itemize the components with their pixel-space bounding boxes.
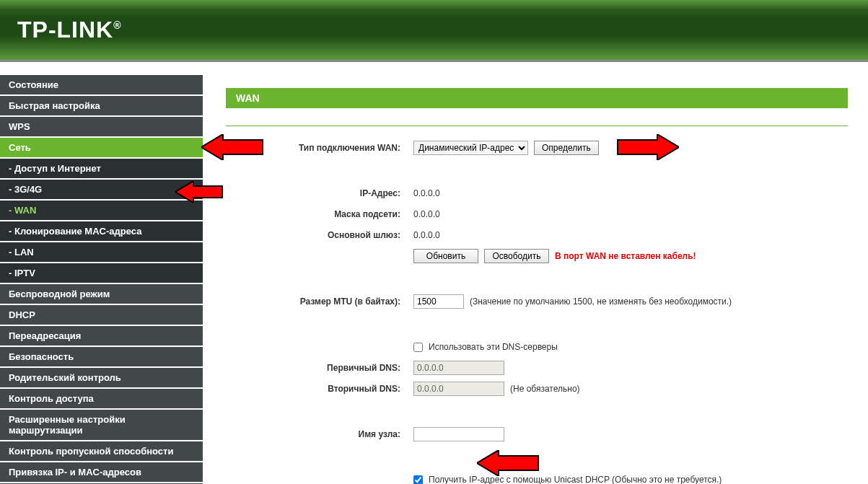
dns2-input[interactable] xyxy=(413,382,504,396)
sidebar-item-iptv[interactable]: - IPTV xyxy=(0,263,203,284)
mask-value: 0.0.0.0 xyxy=(413,209,440,219)
cable-warning: В порт WAN не вставлен кабель! xyxy=(555,251,696,261)
dns2-label: Вторичный DNS: xyxy=(226,384,413,394)
sidebar-item-quicksetup[interactable]: Быстрая настройка xyxy=(0,96,203,117)
sidebar-item-internet-access[interactable]: - Доступ к Интернет xyxy=(0,159,203,180)
ip-value: 0.0.0.0 xyxy=(413,188,440,198)
ip-label: IP-Адрес: xyxy=(226,188,413,198)
sidebar-item-status[interactable]: Состояние xyxy=(0,75,203,96)
divider xyxy=(226,126,848,126)
sidebar-item-mac-clone[interactable]: - Клонирование MAC-адреса xyxy=(0,221,203,242)
release-button[interactable]: Освободить xyxy=(484,249,549,263)
host-input[interactable] xyxy=(413,427,504,441)
sidebar-item-routing[interactable]: Расширенные настройки маршрутизации xyxy=(0,410,203,441)
host-label: Имя узла: xyxy=(226,429,413,439)
mtu-input[interactable] xyxy=(413,294,464,309)
dns1-input[interactable] xyxy=(413,361,504,375)
conn-type-label: Тип подключения WAN: xyxy=(226,143,413,153)
sidebar: Состояние Быстрая настройка WPS Сеть - Д… xyxy=(0,62,203,484)
sidebar-item-wan[interactable]: - WAN xyxy=(0,201,203,221)
unicast-checkbox[interactable] xyxy=(413,475,423,485)
mask-label: Маска подсети: xyxy=(226,209,413,219)
dns2-hint: (Не обязательно) xyxy=(510,384,580,394)
refresh-button[interactable]: Обновить xyxy=(413,249,478,263)
conn-type-select[interactable]: Динамический IP-адрес xyxy=(413,141,528,155)
use-dns-checkbox[interactable] xyxy=(413,343,423,352)
detect-button[interactable]: Определить xyxy=(534,141,599,155)
mtu-hint: (Значение по умолчанию 1500, не изменять… xyxy=(470,296,732,307)
unicast-label: Получить IP-адрес с помощью Unicast DHCP… xyxy=(429,475,722,484)
mtu-label: Размер MTU (в байтах): xyxy=(226,296,413,307)
sidebar-item-network[interactable]: Сеть xyxy=(0,138,203,159)
sidebar-item-wireless[interactable]: Беспроводной режим xyxy=(0,284,203,305)
sidebar-item-security[interactable]: Безопасность xyxy=(0,347,203,368)
gateway-label: Основной шлюз: xyxy=(226,230,413,240)
use-dns-label: Использовать эти DNS-серверы xyxy=(429,342,558,352)
sidebar-item-dhcp[interactable]: DHCP xyxy=(0,305,203,326)
sidebar-item-3g4g[interactable]: - 3G/4G xyxy=(0,180,203,201)
gateway-value: 0.0.0.0 xyxy=(413,230,440,240)
sidebar-item-bandwidth[interactable]: Контроль пропускной способности xyxy=(0,441,203,462)
sidebar-item-wps[interactable]: WPS xyxy=(0,117,203,138)
sidebar-item-ip-mac-binding[interactable]: Привязка IP- и MAC-адресов xyxy=(0,462,203,483)
sidebar-item-forwarding[interactable]: Переадресация xyxy=(0,326,203,347)
sidebar-item-access-control[interactable]: Контроль доступа xyxy=(0,389,203,410)
sidebar-item-parental[interactable]: Родительский контроль xyxy=(0,368,203,389)
header: TP-LINK® xyxy=(0,0,868,62)
main-content: WAN Тип подключения WAN: Динамический IP… xyxy=(203,62,868,484)
logo: TP-LINK® xyxy=(17,17,122,43)
dns1-label: Первичный DNS: xyxy=(226,363,413,373)
sidebar-item-lan[interactable]: - LAN xyxy=(0,242,203,263)
page-title: WAN xyxy=(226,88,848,108)
